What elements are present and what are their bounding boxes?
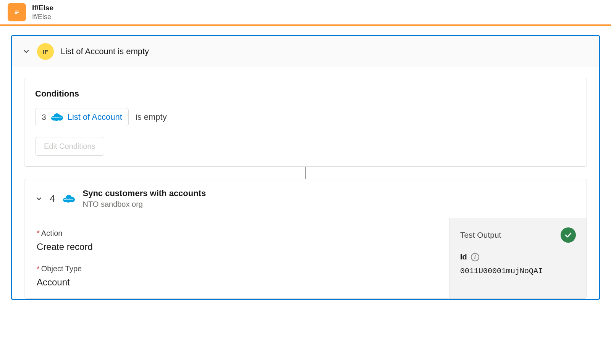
- connector-line: [305, 167, 306, 179]
- step-body: *Action Create record *Object Type Accou…: [24, 218, 587, 298]
- condition-row: 3 salesforce List of Account is empty: [35, 108, 576, 126]
- object-type-label: *Object Type: [37, 264, 437, 273]
- action-value: Create record: [37, 242, 437, 252]
- id-row: Id i: [460, 253, 576, 261]
- header-title: If/Else: [32, 4, 53, 12]
- svg-text:salesforce: salesforce: [64, 198, 74, 200]
- if-title: List of Account is empty: [61, 47, 149, 56]
- main-container: IF List of Account is empty Conditions 3…: [11, 35, 600, 300]
- chevron-down-icon[interactable]: [23, 48, 30, 55]
- test-output-panel: Test Output Id i 0011U00001mujNoQAI: [449, 218, 587, 298]
- step-titles: Sync customers with accounts NTO sandbox…: [82, 188, 206, 209]
- svg-rect-2: [15, 13, 17, 14]
- step-number: 4: [50, 193, 55, 205]
- conditions-card: Conditions 3 salesforce List of Account …: [24, 78, 587, 167]
- header-subtitle: If/Else: [32, 13, 53, 21]
- chevron-down-icon[interactable]: [35, 195, 43, 203]
- test-output-title: Test Output: [460, 230, 501, 240]
- if-else-icon: [8, 3, 26, 21]
- id-label: Id: [460, 253, 467, 261]
- test-output-header: Test Output: [460, 227, 576, 243]
- id-value: 0011U00001mujNoQAI: [460, 267, 576, 275]
- edit-conditions-button[interactable]: Edit Conditions: [35, 137, 104, 156]
- action-label-text: Action: [41, 229, 63, 237]
- conditions-label: Conditions: [35, 89, 576, 99]
- condition-operator: is empty: [136, 112, 167, 122]
- condition-pill[interactable]: 3 salesforce List of Account: [35, 108, 129, 126]
- condition-number: 3: [42, 113, 46, 122]
- svg-text:salesforce: salesforce: [52, 116, 61, 119]
- object-type-value: Account: [37, 277, 437, 288]
- svg-rect-1: [15, 12, 19, 13]
- step-header[interactable]: 4 salesforce Sync customers with account…: [24, 179, 587, 218]
- info-icon[interactable]: i: [471, 253, 479, 261]
- step-card: 4 salesforce Sync customers with account…: [24, 179, 587, 299]
- condition-pill-label: List of Account: [68, 112, 122, 122]
- step-title: Sync customers with accounts: [82, 188, 206, 198]
- if-badge: IF: [37, 43, 54, 60]
- success-check-icon: [561, 227, 576, 243]
- header-text: If/Else If/Else: [32, 4, 53, 21]
- step-details: *Action Create record *Object Type Accou…: [24, 218, 449, 298]
- salesforce-icon: salesforce: [50, 112, 64, 122]
- action-label: *Action: [37, 229, 437, 238]
- svg-rect-0: [15, 11, 19, 11]
- divider: [0, 24, 611, 26]
- if-header[interactable]: IF List of Account is empty: [12, 36, 599, 67]
- step-subtitle: NTO sandbox org: [82, 200, 206, 209]
- page-header: If/Else If/Else: [0, 0, 611, 24]
- salesforce-icon: salesforce: [62, 194, 76, 204]
- object-type-label-text: Object Type: [41, 264, 82, 273]
